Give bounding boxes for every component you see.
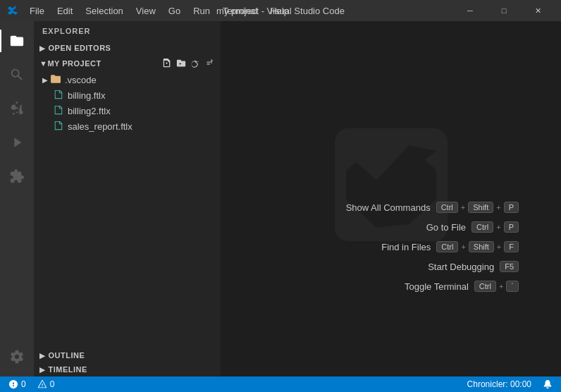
find-in-files-keys: Ctrl + Shift + F [436, 241, 519, 252]
go-to-file-keys: Ctrl + P [471, 221, 519, 233]
folder-icon [51, 74, 61, 86]
shortcut-row-debug: Start Debugging F5 [339, 261, 519, 272]
kbd-ctrl: Ctrl [474, 281, 496, 292]
status-bar-left: 0 0 [6, 379, 57, 389]
timeline-label: TIMELINE [49, 365, 87, 374]
kbd-f5: F5 [500, 261, 519, 272]
go-to-file-label: Go to File [374, 222, 466, 233]
outline-label: OUTLINE [49, 351, 85, 360]
sidebar-title: EXPLORER [34, 21, 221, 41]
refresh-button[interactable] [190, 58, 201, 69]
status-bar-right: Chronicler: 00:00 [464, 379, 555, 389]
shortcut-row-terminal: Toggle Terminal Ctrl + ` [339, 281, 519, 292]
billing-file-name: billing.ftlx [68, 90, 105, 101]
file-icon [54, 121, 63, 133]
bell-icon [543, 379, 553, 389]
warning-icon [37, 379, 47, 389]
kbd-ctrl: Ctrl [436, 241, 458, 252]
extensions-activity-icon[interactable] [0, 159, 34, 193]
kbd-p: P [504, 202, 519, 213]
error-count: 0 [21, 379, 26, 389]
kbd-f: F [504, 241, 519, 252]
new-folder-button[interactable] [175, 58, 187, 69]
file-tree: ▶ .vscode billing.ftlx [34, 72, 221, 348]
title-bar-right: ─ □ ✕ [454, 0, 554, 21]
billing2-file[interactable]: billing2.ftlx [34, 103, 221, 118]
kbd-ctrl: Ctrl [436, 202, 458, 213]
start-debugging-label: Start Debugging [402, 262, 494, 272]
error-icon [8, 379, 18, 389]
minimize-button[interactable]: ─ [454, 0, 486, 21]
title-bar: File Edit Selection View Go Run Terminal… [0, 0, 561, 21]
close-button[interactable]: ✕ [522, 0, 554, 21]
outline-chevron: ▶ [39, 352, 46, 360]
menu-file[interactable]: File [24, 4, 50, 18]
menu-view[interactable]: View [130, 4, 161, 18]
menu-edit[interactable]: Edit [51, 4, 78, 18]
shortcut-row-goto: Go to File Ctrl + P [339, 221, 519, 233]
kbd-shift: Shift [469, 241, 494, 252]
sidebar: EXPLORER ▶ OPEN EDITORS ▼ MY PROJECT [34, 21, 221, 376]
vscode-folder-name: .vscode [65, 75, 97, 85]
my-project-section[interactable]: ▼ MY PROJECT [34, 55, 221, 72]
timeline-section[interactable]: ▶ TIMELINE [34, 362, 221, 376]
vscode-logo-icon [7, 5, 18, 16]
billing2-file-name: billing2.ftlx [68, 106, 111, 116]
errors-status[interactable]: 0 [6, 379, 29, 389]
toggle-terminal-keys: Ctrl + ` [474, 281, 519, 292]
notifications-button[interactable] [540, 379, 555, 389]
search-activity-icon[interactable] [0, 58, 34, 92]
status-bar: 0 0 Chronicler: 00:00 [0, 376, 561, 392]
shortcut-row-find: Find in Files Ctrl + Shift + F [339, 241, 519, 252]
editor-area: Show All Commands Ctrl + Shift + P Go to… [221, 21, 561, 376]
explorer-activity-icon[interactable] [0, 24, 34, 58]
kbd-shift: Shift [468, 202, 493, 213]
outline-section[interactable]: ▶ OUTLINE [34, 348, 221, 362]
settings-activity-icon[interactable] [0, 340, 34, 374]
source-control-activity-icon[interactable] [0, 92, 34, 125]
start-debugging-keys: F5 [500, 261, 519, 272]
maximize-button[interactable]: □ [488, 0, 520, 21]
vscode-folder-chevron: ▶ [42, 76, 48, 84]
shortcut-row-commands: Show All Commands Ctrl + Shift + P [339, 202, 519, 213]
toggle-terminal-label: Toggle Terminal [377, 281, 469, 292]
chronicler-label: Chronicler: 00:00 [467, 379, 531, 389]
window-title: my project - Visual Studio Code [216, 6, 345, 16]
kbd-p: P [504, 221, 519, 233]
show-all-commands-keys: Ctrl + Shift + P [436, 202, 519, 213]
main-layout: EXPLORER ▶ OPEN EDITORS ▼ MY PROJECT [0, 21, 561, 376]
sidebar-bottom: ▶ OUTLINE ▶ TIMELINE [34, 348, 221, 376]
file-icon [54, 105, 63, 117]
activity-bar [0, 21, 34, 376]
project-chevron: ▼ [39, 59, 47, 68]
vscode-folder[interactable]: ▶ .vscode [34, 72, 221, 87]
warnings-status[interactable]: 0 [35, 379, 58, 389]
warning-count: 0 [50, 379, 55, 389]
find-in-files-label: Find in Files [339, 242, 431, 252]
my-project-label: MY PROJECT [47, 59, 101, 68]
show-all-commands-label: Show All Commands [339, 202, 431, 213]
open-editors-section[interactable]: ▶ OPEN EDITORS [34, 41, 221, 55]
menu-selection[interactable]: Selection [80, 4, 128, 18]
open-editors-label: OPEN EDITORS [49, 44, 111, 52]
sales-report-file[interactable]: sales_report.ftlx [34, 118, 221, 134]
shortcut-list: Show All Commands Ctrl + Shift + P Go to… [339, 202, 519, 292]
menu-go[interactable]: Go [163, 4, 186, 18]
collapse-button[interactable] [204, 58, 215, 69]
project-actions [161, 58, 215, 69]
project-header-left: ▼ MY PROJECT [39, 59, 101, 68]
new-file-button[interactable] [161, 58, 173, 69]
file-icon [54, 90, 63, 102]
activity-bar-bottom [0, 340, 34, 374]
kbd-backtick: ` [506, 281, 519, 292]
run-activity-icon[interactable] [0, 125, 34, 159]
menu-run[interactable]: Run [187, 4, 216, 18]
billing-file[interactable]: billing.ftlx [34, 87, 221, 103]
kbd-ctrl: Ctrl [471, 221, 493, 233]
chronicler-status[interactable]: Chronicler: 00:00 [464, 379, 534, 389]
open-editors-chevron: ▶ [39, 44, 46, 52]
sales-report-file-name: sales_report.ftlx [68, 121, 132, 132]
timeline-chevron: ▶ [39, 366, 46, 374]
